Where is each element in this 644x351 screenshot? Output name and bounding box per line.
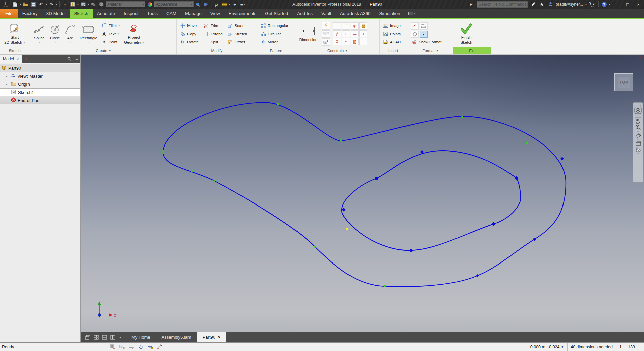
orbit-button[interactable] <box>634 133 642 139</box>
finish-sketch-button[interactable]: Finish Sketch <box>459 22 474 45</box>
spline-dropdown[interactable]: ▾ <box>39 41 40 44</box>
panel-label-create[interactable]: Create▾ <box>30 47 176 54</box>
tree-item-end-of-part[interactable]: End of Part <box>0 96 80 104</box>
open-button[interactable] <box>22 1 29 8</box>
tab-factory[interactable]: Factory <box>18 9 42 18</box>
doc-minimize-button[interactable]: – <box>624 55 629 60</box>
stretch-button[interactable]: Stretch <box>227 30 248 38</box>
inventor-app-button[interactable]: IPRO <box>1 0 11 8</box>
select-dropdown[interactable]: ▾ <box>88 3 89 6</box>
tree-item-sketch1[interactable]: Sketch1 <box>0 88 80 96</box>
trim-button[interactable]: Trim <box>203 22 223 30</box>
insert-acad-button[interactable]: ACAD <box>382 38 401 46</box>
constraint-settings-button[interactable] <box>322 38 330 46</box>
constraint-symmetric-button[interactable]: [¦] <box>351 38 359 45</box>
construction-toggle-button[interactable] <box>411 22 419 30</box>
navigation-wheel-button[interactable] <box>634 107 642 114</box>
ribbon-display-toggle[interactable]: ▾ <box>405 9 419 18</box>
project-geometry-button[interactable]: Project Geometry ▾ <box>123 22 145 45</box>
tab-sketch[interactable]: Sketch <box>70 9 93 18</box>
browser-add-tab-button[interactable]: + <box>22 55 31 63</box>
doc-tab-close-icon[interactable]: × <box>218 335 220 340</box>
constraint-equal-button[interactable]: = <box>359 38 367 45</box>
material-dropdown[interactable]: Material ▾ <box>106 1 145 7</box>
constraint-concentric-button[interactable]: ◎ <box>351 22 359 30</box>
clear-appearance-button[interactable] <box>202 1 209 8</box>
panel-label-insert[interactable]: Insert <box>380 47 407 54</box>
app-store-cart-icon[interactable] <box>589 1 595 8</box>
extend-button[interactable]: Extend <box>203 30 223 38</box>
constraint-vertical-button[interactable]: ǁ <box>359 30 367 37</box>
tab-vault[interactable]: Vault <box>317 9 336 18</box>
redo-button[interactable]: ↷ <box>48 1 55 8</box>
zoom-button[interactable] <box>634 124 642 130</box>
browser-menu-icon[interactable]: ≡ <box>73 55 80 63</box>
insert-points-button[interactable]: Points <box>382 30 401 38</box>
doc-close-button[interactable]: × <box>638 55 643 60</box>
circular-pattern-button[interactable]: Circular <box>260 30 289 38</box>
help-dropdown[interactable]: ▾ <box>609 3 610 6</box>
panel-label-constrain[interactable]: Constrain▾ <box>295 47 379 54</box>
graphics-viewport[interactable]: x – □ × TOP × ▾ ▾ <box>81 55 644 332</box>
text-dropdown[interactable]: ▾ <box>118 32 119 35</box>
snap-to-grid-icon[interactable] <box>109 344 116 350</box>
tab-manage[interactable]: Manage <box>181 9 206 18</box>
doc-tab-assembly5[interactable]: Assembly5.iam <box>156 332 197 342</box>
tab-cam[interactable]: CAM <box>162 9 181 18</box>
help-button[interactable]: ? <box>602 2 607 7</box>
expander-icon[interactable]: ▸ <box>6 82 9 86</box>
qat-customize-button[interactable]: ≡▾ <box>239 1 246 8</box>
navbar-customize-dropdown[interactable]: ▾ <box>637 153 639 155</box>
cascade-windows-icon[interactable] <box>85 335 90 340</box>
driven-dimension-toggle-button[interactable]: H×H <box>420 22 428 30</box>
doc-tab-part90[interactable]: Part90 × <box>197 332 226 342</box>
select-visible-icon[interactable] <box>119 344 125 350</box>
centerpoint-toggle-button[interactable] <box>420 31 428 38</box>
scale-button[interactable]: Scale <box>227 22 248 30</box>
dimension-button[interactable]: Dimension <box>298 24 319 43</box>
tab-3d-model[interactable]: 3D Model <box>42 9 70 18</box>
user-dropdown[interactable]: ▾ <box>585 3 587 6</box>
tab-autodesk-a360[interactable]: Autodesk A360 <box>336 9 375 18</box>
collapse-tabs-icon[interactable]: ▲ <box>119 336 122 339</box>
arc-dropdown[interactable]: ▾ <box>69 41 71 44</box>
show-constraints-button[interactable] <box>322 30 330 38</box>
start-2d-sketch-button[interactable]: Start 2D Sketch ▾ <box>3 22 26 45</box>
view-style-button[interactable] <box>634 147 642 153</box>
color-wheel-button[interactable] <box>146 1 153 8</box>
dimension-display-dropdown[interactable]: +/– <box>128 344 135 350</box>
new-file-button[interactable] <box>12 1 18 8</box>
expand-search-arrow[interactable]: ▶ <box>468 1 475 8</box>
doc-restore-button[interactable]: □ <box>631 55 636 60</box>
panel-label-pattern[interactable]: Pattern <box>257 47 295 54</box>
navbar-wheel-dropdown[interactable]: ▾ <box>637 114 639 117</box>
tile-vertical-icon[interactable] <box>110 335 115 340</box>
constraint-collinear-button[interactable]: ⋰ <box>342 22 350 30</box>
appearance-dropdown[interactable]: Appearance ▾ <box>154 1 194 7</box>
home-button[interactable]: ⌂ <box>62 1 68 8</box>
tile-windows-icon[interactable] <box>94 335 99 340</box>
look-at-button[interactable] <box>634 141 642 147</box>
minimize-button[interactable]: – <box>612 1 621 8</box>
close-button[interactable]: × <box>634 1 643 8</box>
measure-button[interactable] <box>221 1 228 8</box>
undo-dropdown[interactable]: ▾ <box>46 3 47 6</box>
arc-button[interactable]: Arc ▾ <box>64 23 76 44</box>
fillet-dropdown[interactable]: ▾ <box>119 24 120 27</box>
split-button[interactable]: Split <box>203 38 223 46</box>
help-search-input[interactable] <box>477 1 528 8</box>
fillet-button[interactable]: Fillet ▾ <box>101 22 121 30</box>
rotate-button[interactable]: ↻ Rotate <box>179 38 199 46</box>
circle-dropdown[interactable]: ▾ <box>54 41 56 44</box>
degrees-of-freedom-icon[interactable] <box>147 344 153 350</box>
signed-in-user[interactable]: pradit@syner... <box>556 2 583 7</box>
slice-graphics-icon[interactable] <box>138 344 144 350</box>
project-geometry-dropdown[interactable]: ▾ <box>143 41 144 44</box>
view-cube[interactable]: TOP <box>614 73 633 91</box>
panel-label-format[interactable]: Format▾ <box>407 47 453 54</box>
expander-icon[interactable]: ▸ <box>6 74 9 78</box>
constraint-fix-button[interactable] <box>359 22 367 30</box>
user-avatar-icon[interactable] <box>547 1 554 8</box>
navbar-close-icon[interactable]: × <box>638 103 643 107</box>
undo-button[interactable]: ↶ <box>38 1 44 8</box>
